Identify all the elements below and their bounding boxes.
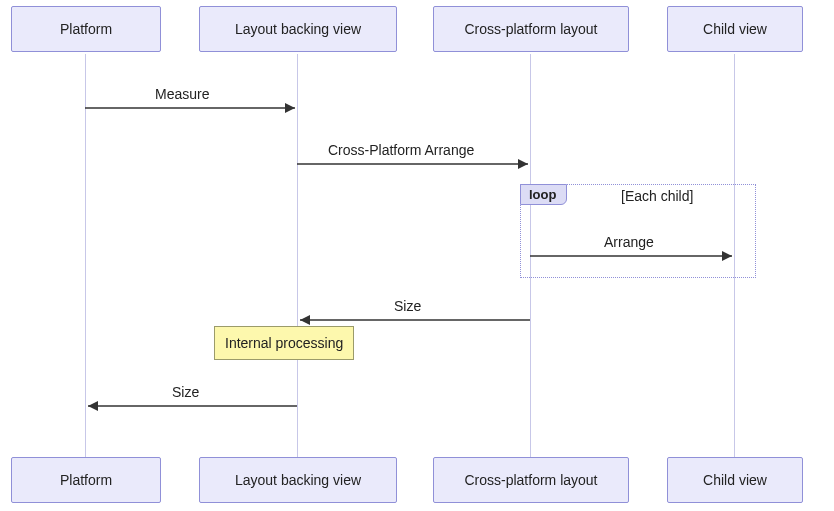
lifeline-layout-backing-view xyxy=(297,54,298,457)
lifeline-platform xyxy=(85,54,86,457)
loop-title: [Each child] xyxy=(621,188,693,204)
loop-tag: loop xyxy=(520,184,567,205)
participant-layout-backing-view-bottom: Layout backing view xyxy=(199,457,397,503)
label-cross-platform-arrange: Cross-Platform Arrange xyxy=(328,142,474,158)
label-size-2: Size xyxy=(172,384,199,400)
note-internal-processing: Internal processing xyxy=(214,326,354,360)
participant-layout-backing-view-top: Layout backing view xyxy=(199,6,397,52)
label-measure: Measure xyxy=(155,86,209,102)
participant-child-view-top: Child view xyxy=(667,6,803,52)
participant-platform-top: Platform xyxy=(11,6,161,52)
participant-cross-platform-layout-bottom: Cross-platform layout xyxy=(433,457,629,503)
label-arrange: Arrange xyxy=(604,234,654,250)
participant-platform-bottom: Platform xyxy=(11,457,161,503)
participant-cross-platform-layout-top: Cross-platform layout xyxy=(433,6,629,52)
label-size-1: Size xyxy=(394,298,421,314)
participant-child-view-bottom: Child view xyxy=(667,457,803,503)
